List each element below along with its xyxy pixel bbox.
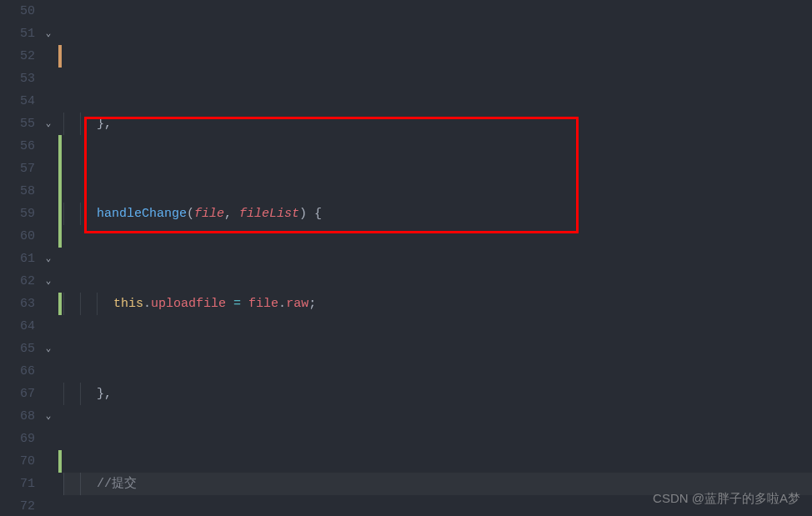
line-number: 67: [0, 383, 37, 405]
diff-bar-column: [57, 0, 63, 516]
code-editor[interactable]: 50 51 52 53 54 55 56 57 58 59 60 61 62 6…: [0, 0, 812, 516]
line-number: 54: [0, 90, 37, 113]
line-number: 51: [0, 23, 37, 45]
diff-added-icon: [58, 203, 62, 225]
line-number: 52: [0, 45, 37, 68]
line-number: 59: [0, 203, 37, 225]
fold-column: ⌄ ⌄ ⌄ ⌄ ⌄ ⌄: [40, 0, 57, 516]
code-content[interactable]: }, handleChange(file, fileList) { this.u…: [63, 0, 812, 516]
code-line: },: [63, 383, 812, 405]
line-number: 56: [0, 135, 37, 158]
line-number: 57: [0, 158, 37, 180]
diff-modified-icon: [58, 45, 62, 68]
line-number: 70: [0, 450, 37, 473]
chevron-down-icon[interactable]: ⌄: [46, 23, 52, 45]
line-number: 62: [0, 270, 37, 293]
code-line: handleChange(file, fileList) {: [63, 203, 812, 225]
line-number: 61: [0, 248, 37, 270]
line-number: 55: [0, 113, 37, 135]
line-number: 63: [0, 293, 37, 315]
line-number: 65: [0, 338, 37, 360]
line-number: 69: [0, 428, 37, 450]
chevron-down-icon[interactable]: ⌄: [46, 338, 52, 360]
diff-added-icon: [58, 135, 62, 158]
line-number: 72: [0, 495, 37, 516]
line-number: 58: [0, 180, 37, 203]
line-number: 64: [0, 315, 37, 338]
diff-added-icon: [58, 450, 62, 473]
chevron-down-icon[interactable]: ⌄: [46, 405, 52, 428]
line-number: 53: [0, 68, 37, 90]
diff-added-icon: [58, 225, 62, 248]
diff-added-icon: [58, 180, 62, 203]
diff-added-icon: [58, 158, 62, 180]
diff-added-icon: [58, 293, 62, 315]
line-number: 68: [0, 405, 37, 428]
line-number-gutter: 50 51 52 53 54 55 56 57 58 59 60 61 62 6…: [0, 0, 40, 516]
line-number: 71: [0, 473, 37, 495]
chevron-down-icon[interactable]: ⌄: [46, 113, 52, 135]
watermark-text: CSDN @蓝胖子的多啦A梦: [653, 487, 800, 509]
code-line: },: [63, 113, 812, 135]
chevron-down-icon[interactable]: ⌄: [46, 270, 52, 293]
line-number: 66: [0, 360, 37, 383]
chevron-down-icon[interactable]: ⌄: [46, 248, 52, 270]
code-line: this.uploadfile = file.raw;: [63, 293, 812, 315]
line-number: 50: [0, 0, 37, 23]
line-number: 60: [0, 225, 37, 248]
